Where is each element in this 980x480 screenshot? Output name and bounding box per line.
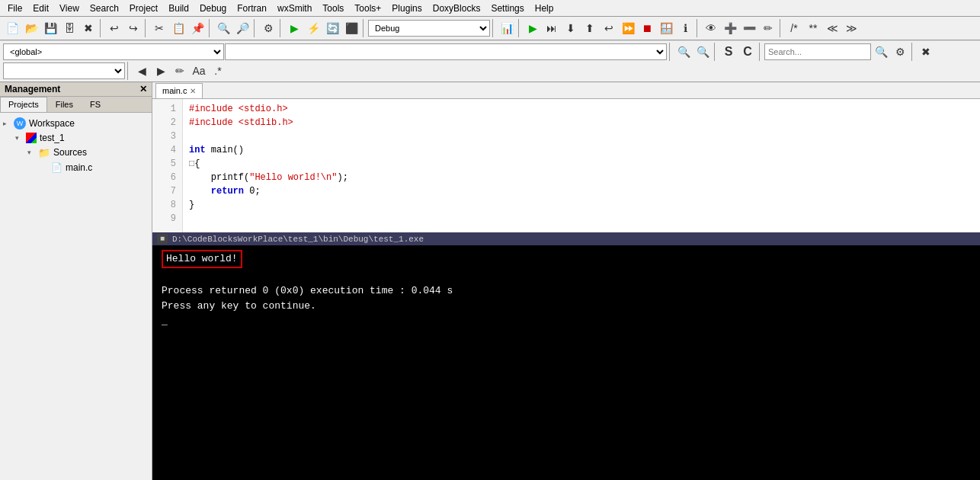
tree-workspace[interactable]: ▸ W Workspace [3,116,149,131]
terminal-body: Hello world! Process returned 0 (0x0) ex… [152,245,980,334]
s-btn[interactable]: S [719,43,738,61]
line-numbers: 1 2 3 4 5 6 7 8 9 [152,99,183,232]
sources-label: Sources [53,147,87,158]
code-editor[interactable]: 1 2 3 4 5 6 7 8 9 #include <stdio.h> #in… [152,99,980,232]
menu-wxsmith[interactable]: wxSmith [273,2,316,15]
sidebar-content: ▸ W Workspace ▾ test_1 ▾ 📁 Sources 📄 mai… [0,113,152,480]
edit-watch-btn[interactable]: ✏ [759,19,777,37]
menu-debug[interactable]: Debug [195,2,231,15]
search-opts-btn[interactable]: ⚙ [891,43,909,61]
search-input[interactable] [764,43,871,60]
project-label: test_1 [40,133,65,143]
sep13 [759,43,762,61]
menu-tools-plus[interactable]: Tools+ [350,2,386,15]
save-all-btn[interactable]: 🗄 [60,19,78,37]
debug-next-btn[interactable]: ⏭ [543,19,561,37]
menu-fortran[interactable]: Fortran [232,2,271,15]
copy-btn[interactable]: 📋 [169,19,187,37]
cut-btn[interactable]: ✂ [150,19,168,37]
line-num-3: 3 [159,130,176,143]
tab-close-icon[interactable]: ✕ [190,87,196,95]
tb-extra4[interactable]: ≫ [842,19,860,37]
tb-icon1[interactable]: 📊 [498,19,516,37]
tab-mainc[interactable]: main.c ✕ [155,83,203,98]
open-btn[interactable]: 📂 [22,19,40,37]
stop-btn[interactable]: ⬛ [342,19,360,37]
match-case-btn[interactable]: Aa [190,62,208,80]
zoom-out-btn[interactable]: 🔍 [674,43,693,61]
menu-doxyblocks[interactable]: DoxyBlocks [428,2,485,15]
paste-btn[interactable]: 📌 [188,19,207,37]
undo-btn[interactable]: ↩ [105,19,123,37]
highlight-btn[interactable]: ✏ [171,62,189,80]
tree-project[interactable]: ▾ test_1 [3,131,149,145]
redo-btn[interactable]: ↪ [124,19,143,37]
run-btn[interactable]: ▶ [285,19,303,37]
debug-start-btn[interactable]: ▶ [524,19,542,37]
workspace-icon: W [14,117,26,130]
c-btn[interactable]: C [738,43,757,61]
menu-file[interactable]: File [3,2,27,15]
clear-search-btn[interactable]: ✖ [917,43,935,61]
menu-plugins[interactable]: Plugins [387,2,426,15]
prev-result-btn[interactable]: ◀ [133,62,151,80]
menubar: File Edit View Search Project Build Debu… [0,0,980,17]
search-scope-dropdown[interactable] [3,62,125,79]
menu-tools[interactable]: Tools [318,2,348,15]
sidebar-tab-projects[interactable]: Projects [0,97,47,112]
settings-btn[interactable]: ⚙ [259,19,277,37]
menu-view[interactable]: View [55,2,84,15]
debug-run-to-btn[interactable]: ⏩ [619,19,637,37]
menu-settings[interactable]: Settings [486,2,528,15]
find-btn[interactable]: 🔍 [214,19,232,37]
code-content[interactable]: #include <stdio.h> #include <stdlib.h> i… [183,99,980,232]
sidebar-tab-files[interactable]: Files [47,97,82,112]
zoom-in-btn[interactable]: 🔍 [693,43,712,61]
search-go-btn[interactable]: 🔍 [872,43,890,61]
tree-sources[interactable]: ▾ 📁 Sources [3,145,149,160]
workspace-expand-icon: ▸ [3,120,11,127]
rebuild-btn[interactable]: 🔄 [323,19,341,37]
replace-btn[interactable]: 🔎 [233,19,251,37]
close-btn[interactable]: ✖ [79,19,98,37]
terminal-cursor: _ [162,314,971,329]
sidebar-close-icon[interactable]: ✕ [139,84,147,94]
build-run-btn[interactable]: ⚡ [304,19,322,37]
debug-stop-btn[interactable]: ⏹ [638,19,656,37]
watch-btn[interactable]: 👁 [702,19,720,37]
debug-stepout-btn[interactable]: ⬆ [581,19,599,37]
regex-btn[interactable]: .* [209,62,227,80]
toolbar-row-2: <global> 🔍 🔍 S C 🔍 ⚙ ✖ ◀ ▶ ✏ Aa .* [0,41,980,82]
tb-extra1[interactable]: /* [785,19,803,37]
tb-extra2[interactable]: ** [804,19,822,37]
project-expand-icon: ▾ [15,134,23,142]
tabs-row: main.c ✕ [152,82,980,99]
debug-return-btn[interactable]: ↩ [600,19,618,37]
tree-mainc[interactable]: 📄 main.c [3,160,149,175]
menu-search[interactable]: Search [85,2,123,15]
line-num-5: 5 [159,157,176,171]
debug-window-btn[interactable]: 🪟 [657,19,675,37]
line-num-8: 8 [159,198,176,212]
save-btn[interactable]: 💾 [41,19,59,37]
sidebar: Management ✕ Projects Files FS ▸ W Works… [0,82,152,480]
debug-info-btn[interactable]: ℹ [676,19,694,37]
tb-extra3[interactable]: ≪ [823,19,841,37]
next-result-btn[interactable]: ▶ [152,62,170,80]
sidebar-tab-fs[interactable]: FS [82,97,109,112]
code-completion-dropdown[interactable] [225,43,667,60]
add-watch-btn[interactable]: ➕ [721,19,739,37]
debug-config-dropdown[interactable]: Debug [368,20,490,37]
remove-watch-btn[interactable]: ➖ [740,19,758,37]
menu-edit[interactable]: Edit [28,2,53,15]
line-num-4: 4 [159,143,176,157]
scope-dropdown[interactable]: <global> [3,43,224,60]
menu-help[interactable]: Help [530,2,559,15]
workspace-label: Workspace [29,118,75,129]
debug-step-btn[interactable]: ⬇ [562,19,580,37]
sep8 [518,19,521,37]
new-file-btn[interactable]: 📄 [3,19,21,37]
terminal-path: D:\CodeBlocksWorkPlace\test_1\bin\Debug\… [172,235,424,244]
menu-build[interactable]: Build [164,2,194,15]
menu-project[interactable]: Project [125,2,162,15]
